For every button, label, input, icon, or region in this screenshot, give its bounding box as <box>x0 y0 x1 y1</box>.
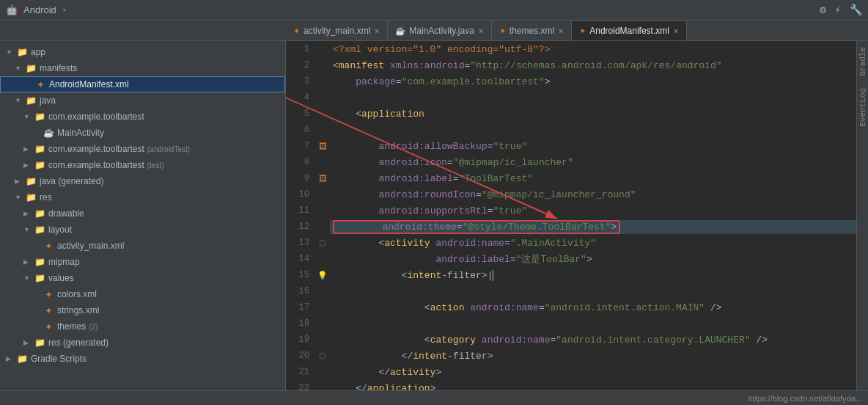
line-number-9: 9 <box>286 173 315 183</box>
code-editor[interactable]: 1<?xml version="1.0" encoding="utf-8"?>2… <box>286 41 856 390</box>
code-line-1: 1<?xml version="1.0" encoding="utf-8"?> <box>286 41 856 57</box>
tree-item-4[interactable]: ▼📁com.example.toolbartest <box>0 109 285 125</box>
run-icon[interactable]: ⚡ <box>835 4 841 16</box>
tree-item-17[interactable]: ✦themes (2) <box>0 318 285 335</box>
tab-activity_main[interactable]: ✦activity_main.xml✕ <box>286 21 388 40</box>
tree-icon-9: 📁 <box>25 191 37 203</box>
tree-label-4: com.example.toolbartest <box>48 112 144 122</box>
bottom-bar: https://blog.csdn.net/afldafyda... <box>0 390 868 405</box>
gradle-tab[interactable]: Gradle <box>858 44 867 79</box>
line-content-6 <box>330 125 856 136</box>
line-content-17: <action android:name="android.intent.act… <box>330 302 856 313</box>
tree-icon-15: ✦ <box>43 288 54 300</box>
code-line-13: 13⬡ <activity android:name=".MainActivit… <box>286 235 856 251</box>
tree-item-7[interactable]: ▶📁com.example.toolbartest (test) <box>0 157 285 173</box>
code-line-4: 4 <box>286 90 856 106</box>
wrench-icon[interactable]: 🔧 <box>850 4 862 16</box>
tree-item-1[interactable]: ▼📁manifests <box>0 60 285 76</box>
tree-label-2: AndroidManifest.xml <box>49 79 129 90</box>
tree-item-12[interactable]: ✦activity_main.xml <box>0 238 285 254</box>
tab-androidmanifest[interactable]: ✦AndroidManifest.xml✕ <box>572 21 687 40</box>
tree-icon-17: ✦ <box>43 321 54 332</box>
top-bar: 🤖 Android ▾ ⚙ ⚡ 🔧 <box>0 0 868 21</box>
top-bar-icons: ⚙ ⚡ 🔧 <box>820 4 862 16</box>
code-line-10: 10 android:roundIcon="@mipmap/ic_launche… <box>286 186 856 202</box>
tree-item-18[interactable]: ▶📁res (generated) <box>0 335 285 351</box>
tree-arrow-11: ▼ <box>23 226 32 233</box>
tab-label-mainactivity: MainActivity.java <box>409 26 474 36</box>
tree-arrow-6: ▶ <box>23 145 32 153</box>
tree-item-10[interactable]: ▶📁drawable <box>0 205 285 222</box>
code-line-14: 14 android:label="这是ToolBar"> <box>286 251 856 267</box>
tree-item-14[interactable]: ▼📁values <box>0 270 285 286</box>
line-content-10: android:roundIcon="@mipmap/ic_launcher_r… <box>330 189 856 200</box>
line-number-14: 14 <box>286 254 315 264</box>
tree-item-2[interactable]: ✦AndroidManifest.xml <box>0 76 285 92</box>
tree-label-12: activity_main.xml <box>57 241 124 251</box>
tree-item-15[interactable]: ✦colors.xml <box>0 286 285 302</box>
tree-arrow-0: ▼ <box>6 48 15 56</box>
line-content-19: <category android:name="android.intent.c… <box>330 335 856 346</box>
tree-icon-14: 📁 <box>34 272 45 284</box>
line-number-15: 15 <box>286 270 315 280</box>
line-content-2: <manifest xmlns:android="http://schemas.… <box>330 60 856 71</box>
tree-item-13[interactable]: ▶📁mipmap <box>0 254 285 270</box>
tree-item-9[interactable]: ▼📁res <box>0 189 285 205</box>
tab-mainactivity[interactable]: ☕MainActivity.java✕ <box>388 21 491 40</box>
line-number-3: 3 <box>286 76 315 87</box>
tab-close-androidmanifest[interactable]: ✕ <box>673 27 679 35</box>
tree-label-18: res (generated) <box>48 338 108 348</box>
line-content-20: </intent-filter> <box>330 351 856 362</box>
line-gutter-7: 🖼 <box>315 142 330 151</box>
line-content-13: <activity android:name=".MainActivity" <box>330 238 856 249</box>
tab-close-activity_main[interactable]: ✕ <box>374 27 380 35</box>
code-line-16: 16 <box>286 283 856 299</box>
line-content-8: android:icon="@mipmap/ic_launcher" <box>330 157 856 168</box>
tree-icon-8: 📁 <box>25 175 37 187</box>
tree-item-19[interactable]: ▶📁Gradle Scripts <box>0 351 285 367</box>
tabs-bar: ✦activity_main.xml✕☕MainActivity.java✕✦t… <box>0 21 868 41</box>
tab-icon-themes: ✦ <box>499 26 506 36</box>
line-gutter-13: ⬡ <box>315 238 330 248</box>
tree-arrow-18: ▶ <box>23 339 32 346</box>
code-line-20: 20⬡ </intent-filter> <box>286 348 856 364</box>
tree-item-11[interactable]: ▼📁layout <box>0 222 285 238</box>
tab-close-mainactivity[interactable]: ✕ <box>478 27 484 35</box>
line-content-7: android:allowBackup="true" <box>330 141 856 152</box>
tree-label-16: strings.xml <box>57 305 99 315</box>
tree-badge-6: (androidTest) <box>147 145 190 153</box>
code-line-5: 5 <application <box>286 106 856 122</box>
line-number-10: 10 <box>286 189 315 200</box>
line-content-22: </application> <box>330 383 856 391</box>
tree-item-8[interactable]: ▶📁java (generated) <box>0 173 285 189</box>
line-content-16 <box>330 286 856 297</box>
tree-item-3[interactable]: ▼📁java <box>0 92 285 109</box>
eventlog-tab[interactable]: EventLog <box>858 85 867 130</box>
tab-themes[interactable]: ✦themes.xml✕ <box>492 21 572 40</box>
line-content-18 <box>330 318 856 329</box>
tree-icon-13: 📁 <box>34 256 45 268</box>
tab-label-androidmanifest: AndroidManifest.xml <box>589 26 669 36</box>
tree-icon-12: ✦ <box>43 240 54 252</box>
tree-label-8: java (generated) <box>40 176 103 186</box>
tree-icon-3: 📁 <box>25 95 37 106</box>
line-number-12: 12 <box>286 222 315 232</box>
settings-icon[interactable]: ⚙ <box>820 4 825 16</box>
tab-close-themes[interactable]: ✕ <box>558 27 564 35</box>
tree-label-15: colors.xml <box>57 289 97 299</box>
code-line-2: 2<manifest xmlns:android="http://schemas… <box>286 57 856 73</box>
line-number-16: 16 <box>286 286 315 296</box>
tree-label-6: com.example.toolbartest <box>48 144 144 154</box>
line-gutter-9: 🖼 <box>315 174 330 183</box>
tree-item-0[interactable]: ▼📁app <box>0 44 285 60</box>
dropdown-arrow[interactable]: ▾ <box>62 6 67 15</box>
tree-item-6[interactable]: ▶📁com.example.toolbartest (androidTest) <box>0 141 285 157</box>
code-line-8: 8 android:icon="@mipmap/ic_launcher" <box>286 154 856 170</box>
code-line-11: 11 android:supportsRtl="true" <box>286 202 856 219</box>
tree-item-5[interactable]: ☕MainActivity <box>0 125 285 141</box>
tree-icon-18: 📁 <box>34 337 45 349</box>
tree-arrow-4: ▼ <box>23 113 32 120</box>
line-content-12: android:theme="@style/Theme.ToolBarTest"… <box>330 220 856 234</box>
tree-item-16[interactable]: ✦strings.xml <box>0 302 285 318</box>
tree-arrow-10: ▶ <box>23 210 32 217</box>
